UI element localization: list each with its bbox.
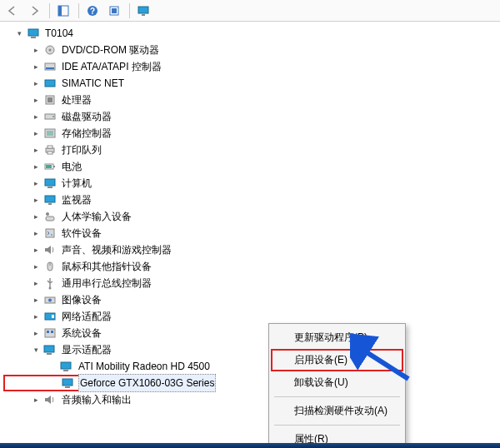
expand-icon[interactable]: ▸	[30, 161, 42, 172]
expand-icon[interactable]: ▸	[30, 127, 42, 139]
svg-rect-16	[48, 97, 52, 102]
toolbar-back-btn[interactable]	[3, 2, 23, 20]
forward-icon	[28, 4, 41, 17]
svg-rect-43	[44, 346, 54, 352]
expand-icon[interactable]: ▸	[30, 244, 42, 256]
toolbar: ?	[0, 0, 500, 22]
svg-point-30	[46, 212, 49, 216]
battery-icon	[43, 160, 57, 173]
network-card-icon	[43, 77, 57, 90]
category-node[interactable]: ▸鼠标和其他指针设备	[3, 258, 500, 275]
toolbar-sep	[78, 3, 79, 18]
category-node[interactable]: ▸电池	[3, 158, 500, 175]
svg-point-18	[52, 116, 54, 117]
svg-rect-32	[46, 229, 54, 237]
svg-rect-41	[47, 331, 49, 333]
expand-icon[interactable]: ▸	[30, 227, 42, 239]
category-label: 显示适配器	[60, 341, 113, 359]
root-node[interactable]: ▾ T0104	[3, 25, 500, 42]
toolbar-views-btn[interactable]	[54, 2, 74, 20]
device-geforce[interactable]: Geforce GTX1060-03G Series	[3, 375, 195, 391]
expand-icon[interactable]: ▸	[30, 211, 42, 222]
expand-icon[interactable]: ▸	[30, 277, 42, 289]
expand-icon[interactable]: ▸	[30, 44, 42, 56]
software-device-icon	[43, 226, 57, 240]
expand-icon[interactable]: ▸	[30, 327, 42, 339]
category-node[interactable]: ▸人体学输入设备	[3, 208, 500, 225]
category-label: 计算机	[60, 174, 93, 192]
expand-icon[interactable]: ▸	[30, 144, 42, 156]
category-node[interactable]: ▸处理器	[3, 92, 500, 108]
bottom-bar	[0, 443, 500, 448]
category-node[interactable]: ▸磁盘驱动器	[3, 108, 500, 125]
expand-icon[interactable]: ▸	[30, 94, 42, 106]
toolbar-forward-btn[interactable]	[25, 2, 45, 20]
expand-icon[interactable]: ▸	[30, 194, 42, 206]
category-label: 人体学输入设备	[60, 207, 133, 226]
svg-rect-22	[48, 152, 52, 154]
expand-icon[interactable]: ▸	[30, 177, 42, 189]
expand-icon[interactable]: ▸	[30, 61, 42, 72]
svg-rect-7	[142, 14, 145, 16]
device-ati[interactable]: ATI Mobility Radeon HD 4500	[3, 358, 500, 375]
svg-rect-24	[53, 166, 55, 167]
expand-icon[interactable]: ▸	[30, 111, 42, 122]
monitor-device-icon	[43, 193, 57, 207]
svg-rect-25	[46, 165, 52, 168]
storage-controller-icon	[43, 127, 57, 140]
collapse-icon[interactable]: ▾	[13, 27, 25, 39]
expand-icon[interactable]: ▸	[30, 294, 42, 306]
menu-separator	[274, 396, 400, 397]
expand-icon[interactable]: ▸	[30, 311, 42, 322]
menu-uninstall-device[interactable]: 卸载设备(U)	[271, 371, 403, 394]
category-node[interactable]: ▸软件设备	[3, 225, 500, 241]
category-node[interactable]: ▸DVD/CD-ROM 驱动器	[3, 42, 500, 58]
expand-icon[interactable]: ▸	[30, 261, 42, 272]
leaf-spacer	[48, 377, 60, 389]
category-display-adapter[interactable]: ▾ 显示适配器	[3, 341, 500, 358]
expand-icon[interactable]: ▸	[30, 77, 42, 89]
category-node[interactable]: ▸通用串行总线控制器	[3, 275, 500, 291]
category-node[interactable]: ▸打印队列	[3, 142, 500, 158]
category-node[interactable]: ▸网络适配器	[3, 308, 500, 325]
menu-scan-hardware[interactable]: 扫描检测硬件改动(A)	[271, 400, 403, 422]
menu-enable-device[interactable]: 启用设备(E)	[271, 349, 403, 371]
expand-icon[interactable]: ▸	[30, 394, 42, 406]
device-tree[interactable]: ▾ T0104 ▸DVD/CD-ROM 驱动器▸IDE ATA/ATAPI 控制…	[0, 22, 500, 411]
svg-point-35	[49, 287, 52, 290]
toolbar-help-btn[interactable]: ?	[83, 2, 103, 20]
svg-point-11	[49, 49, 52, 52]
category-node[interactable]: ▸计算机	[3, 175, 500, 192]
cpu-icon	[43, 93, 57, 107]
category-node[interactable]: ▸IDE ATA/ATAPI 控制器	[3, 58, 500, 75]
usb-icon	[43, 276, 57, 290]
collapse-icon[interactable]: ▾	[30, 344, 42, 356]
computer-root-icon	[27, 27, 40, 40]
menu-update-driver[interactable]: 更新驱动程序(P)	[271, 326, 403, 349]
menu-separator	[274, 425, 400, 426]
toolbar-sep	[129, 3, 130, 18]
disk-drive-icon	[43, 110, 57, 123]
category-audio[interactable]: ▸ 音频输入和输出	[3, 391, 500, 408]
imaging-icon	[43, 293, 57, 306]
svg-rect-28	[45, 196, 55, 202]
svg-rect-44	[47, 353, 52, 355]
toolbar-scan-btn[interactable]	[105, 2, 125, 20]
category-node[interactable]: ▸声音、视频和游戏控制器	[3, 241, 500, 258]
svg-rect-45	[61, 362, 71, 369]
svg-rect-27	[48, 187, 52, 188]
svg-rect-42	[51, 331, 53, 333]
svg-rect-1	[58, 6, 62, 16]
category-node[interactable]: ▸SIMATIC NET	[3, 75, 500, 92]
category-node[interactable]: ▸图像设备	[3, 291, 500, 308]
dvd-drive-icon	[43, 43, 57, 57]
svg-rect-29	[48, 203, 52, 205]
toolbar-monitor-btn[interactable]	[134, 2, 154, 20]
category-label: 软件设备	[60, 224, 103, 242]
scan-icon	[108, 4, 121, 17]
category-node[interactable]: ▸存储控制器	[3, 125, 500, 142]
category-node[interactable]: ▸系统设备	[3, 325, 500, 341]
category-label: 图像设备	[60, 291, 103, 309]
category-label: 监视器	[60, 191, 93, 209]
category-node[interactable]: ▸监视器	[3, 192, 500, 208]
